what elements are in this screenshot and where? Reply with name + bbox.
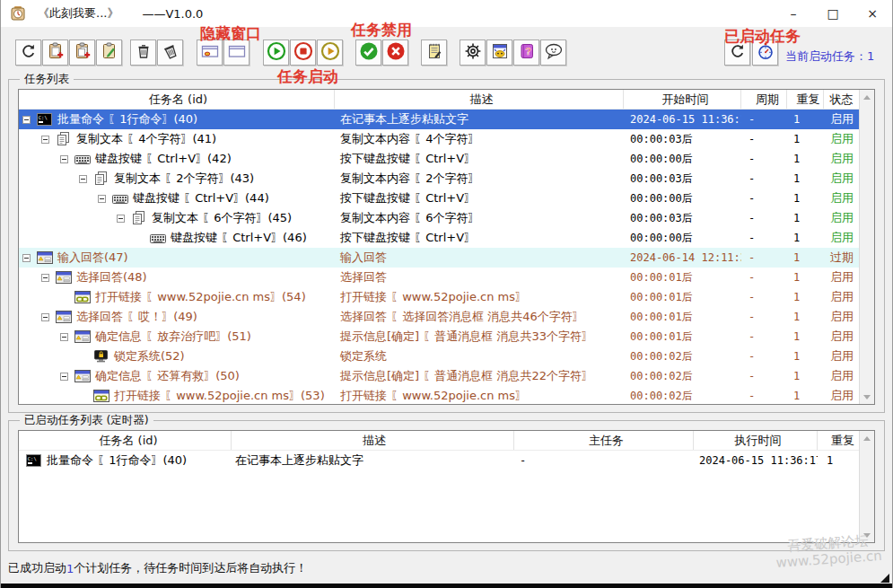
settings-button[interactable] — [460, 39, 486, 66]
maximize-button[interactable]: □ — [813, 0, 853, 27]
started-table-scrollbar[interactable] — [859, 431, 874, 542]
task-row[interactable]: 键盘按键 〖Ctrl+V〗(46)按下键盘按键 〖Ctrl+V〗00:00:00… — [19, 228, 859, 248]
task-row[interactable]: 打开链接 〖www.52pojie.cn ms〗(53)打开链接 〖www.52… — [19, 386, 859, 404]
task-repeat-cell: 1 — [787, 149, 824, 169]
scroll-up-arrow[interactable] — [860, 431, 874, 445]
task-row[interactable]: 选择回答(48)选择回答00:00:01后-1启用 — [19, 268, 859, 287]
task-type-msgbox-icon — [56, 311, 73, 323]
started-table: 任务名 (id)描述主任务执行时间重复 C:\批量命令 〖1行命令〗(40)在记… — [18, 430, 875, 543]
column-header[interactable]: 描述 — [232, 431, 514, 450]
started-task-row[interactable]: C:\批量命令 〖1行命令〗(40)在记事本上逐步粘贴文字-2024-06-15… — [19, 451, 859, 470]
task-repeat-cell: 1 — [818, 451, 859, 470]
scroll-up-arrow[interactable] — [860, 90, 874, 104]
task-period-cell: - — [741, 386, 787, 404]
scroll-down-arrow[interactable] — [860, 390, 874, 404]
task-name-label: 打开链接 〖www.52pojie.cn ms〗(53) — [114, 388, 325, 404]
refresh-tasks-button[interactable] — [15, 39, 41, 66]
task-start-cell: 00:00:02后 — [624, 386, 741, 404]
tree-expand-toggle[interactable] — [60, 155, 68, 163]
task-row[interactable]: 锁定系统(52)锁定系统00:00:02后-1启用 — [19, 347, 859, 366]
edit-task-button[interactable] — [96, 39, 122, 66]
column-header[interactable]: 重复 — [787, 90, 824, 109]
window-show-icon — [227, 42, 247, 63]
resize-grip[interactable] — [880, 574, 889, 583]
column-header[interactable]: 任务名 (id) — [19, 431, 232, 450]
help-book-button[interactable]: ? — [513, 39, 539, 66]
task-row[interactable]: 输入回答(47)输入回答2024-06-14 12:11:36-1过期 — [19, 248, 859, 268]
tree-expand-toggle[interactable] — [60, 333, 68, 341]
task-row[interactable]: 键盘按键 〖Ctrl+V〗(44)按下键盘按键 〖Ctrl+V〗00:00:00… — [19, 189, 859, 208]
task-type-link-icon — [74, 291, 92, 303]
tree-expand-toggle[interactable] — [98, 195, 106, 203]
column-header[interactable]: 开始时间 — [624, 90, 741, 109]
tree-expand-toggle[interactable] — [41, 274, 49, 282]
task-type-cmd-icon: C:\ — [26, 454, 43, 467]
view-log-button[interactable] — [421, 39, 447, 66]
task-name-label: 确定信息 〖还算有救〗(50) — [95, 368, 240, 384]
tree-expand-toggle[interactable] — [79, 175, 87, 183]
tree-expand-toggle[interactable] — [41, 136, 49, 144]
paste-new-task-button[interactable] — [42, 39, 68, 66]
task-period-cell: - — [741, 307, 787, 327]
disable-task-button[interactable] — [382, 39, 408, 66]
stop-task-button[interactable] — [290, 39, 316, 66]
about-mascot-button[interactable] — [486, 39, 512, 66]
tree-expand-toggle[interactable] — [41, 313, 49, 321]
task-type-keyboard-icon — [74, 154, 92, 165]
speech-bubble-icon — [544, 42, 564, 63]
column-header[interactable]: 描述 — [335, 90, 624, 109]
tree-expand-toggle[interactable] — [60, 373, 68, 381]
task-row[interactable]: C:\批量命令 〖1行命令〗(40)在记事本上逐步粘贴文字2024-06-15 … — [19, 110, 859, 129]
svg-text:C:\: C:\ — [28, 456, 37, 461]
task-status-cell: 启用 — [824, 208, 859, 228]
column-header[interactable]: 周期 — [741, 90, 787, 109]
paste-copy-task-button[interactable] — [69, 39, 95, 66]
task-period-cell: - — [741, 189, 787, 208]
enable-task-button[interactable] — [355, 39, 381, 66]
delete-all-tasks-button[interactable] — [157, 39, 183, 66]
column-header[interactable]: 重复 — [818, 431, 860, 450]
task-row[interactable]: 复制文本 〖4个字符〗(41)复制文本内容 〖4个字符〗00:00:03后-1启… — [19, 129, 859, 149]
close-button[interactable]: × — [853, 0, 892, 27]
task-status-cell: 启用 — [824, 228, 859, 248]
task-start-cell: 00:00:01后 — [624, 287, 741, 307]
task-name-label: 复制文本 〖2个字符〗(43) — [114, 171, 254, 187]
task-row[interactable]: 复制文本 〖2个字符〗(43)复制文本内容 〖2个字符〗00:00:03后-1启… — [19, 169, 859, 189]
window-version: ——V1.0.0 — [142, 7, 203, 21]
task-row[interactable]: 复制文本 〖6个字符〗(45)复制文本内容 〖6个字符〗00:00:03后-1启… — [19, 208, 859, 228]
task-start-cell: 00:00:03后 — [624, 208, 741, 228]
task-period-cell: - — [741, 366, 787, 386]
task-repeat-cell: 1 — [787, 228, 824, 248]
task-name-cell: 键盘按键 〖Ctrl+V〗(42) — [19, 149, 335, 169]
start-task-button[interactable] — [263, 39, 289, 66]
task-table-scrollbar[interactable] — [859, 90, 874, 404]
column-header[interactable]: 执行时间 — [694, 431, 818, 450]
annotation-task-start: 任务启动 — [277, 66, 338, 87]
feedback-bubble-button[interactable] — [540, 39, 566, 66]
mascot-window-icon — [491, 42, 509, 63]
clipboard-add-icon — [47, 42, 65, 63]
start-single-task-button[interactable] — [317, 39, 343, 66]
task-row[interactable]: 选择回答 〖哎！〗(49)选择回答 〖选择回答消息框 消息共46个字符〗00:0… — [19, 307, 859, 327]
task-name-cell: 复制文本 〖6个字符〗(45) — [19, 208, 335, 228]
task-status-cell: 启用 — [824, 307, 859, 327]
task-row[interactable]: 打开链接 〖www.52pojie.cn ms〗(54)打开链接 〖www.52… — [19, 287, 859, 307]
minimize-button[interactable]: – — [774, 0, 813, 27]
task-row[interactable]: 键盘按键 〖Ctrl+V〗(42)按下键盘按键 〖Ctrl+V〗00:00:00… — [19, 149, 859, 169]
tree-expand-toggle[interactable] — [22, 116, 31, 124]
clipboard-copy-add-icon — [74, 42, 92, 63]
status-text-suffix: 个计划任务，待任务时间到达后将自动执行！ — [74, 560, 307, 576]
window-title: 《此刻我要...》 — [38, 5, 118, 22]
started-table-body: C:\批量命令 〖1行命令〗(40)在记事本上逐步粘贴文字-2024-06-15… — [19, 451, 859, 542]
column-header[interactable]: 状态 — [824, 90, 860, 109]
delete-task-button[interactable] — [130, 39, 156, 66]
tree-expand-toggle[interactable] — [22, 254, 31, 262]
column-header[interactable]: 主任务 — [514, 431, 694, 450]
column-header[interactable]: 任务名 (id) — [19, 90, 335, 109]
task-type-copy-icon — [93, 171, 110, 186]
tree-expand-toggle[interactable] — [117, 215, 125, 223]
scroll-down-arrow[interactable] — [860, 528, 874, 542]
task-row[interactable]: 确定信息 〖放弃治疗吧〗(51)提示信息[确定] 〖普通消息框 消息共33个字符… — [19, 327, 859, 347]
task-row[interactable]: 确定信息 〖还算有救〗(50)提示信息[确定] 〖普通消息框 消息共22个字符〗… — [19, 366, 859, 386]
trash-tilted-icon — [162, 42, 179, 63]
